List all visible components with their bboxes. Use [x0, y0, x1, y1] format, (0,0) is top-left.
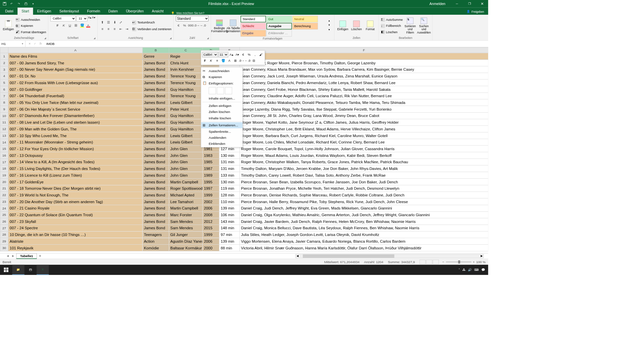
share-button[interactable]: 👤Freigeben	[462, 8, 488, 15]
cell[interactable]: Lee Tamahori	[169, 198, 203, 205]
cell[interactable]: 2002	[203, 198, 219, 205]
cell[interactable]: 007 - 10 Spy Who Loved Me, The	[8, 132, 143, 139]
cell[interactable]: Victoria Abril, Hilmir Snær Guðnason, Ha…	[239, 245, 488, 251]
cell[interactable]: Lewis Gilbert	[169, 132, 203, 139]
row-header[interactable]: 9	[0, 106, 8, 113]
increase-font-icon[interactable]: A▴	[88, 16, 92, 21]
tab-view[interactable]: Ansicht	[148, 8, 168, 15]
wrap-text-button[interactable]: ↩Textumbruch	[132, 20, 171, 25]
cell[interactable]: 007 - 09 Man with the Golden Gun, The	[8, 126, 143, 132]
mini-font-size[interactable]: 11	[218, 52, 228, 58]
cell[interactable]: James Bond	[143, 99, 169, 106]
cell[interactable]: Terence Young	[169, 73, 203, 79]
cell[interactable]: Name des Films	[8, 53, 143, 60]
ctx-cut[interactable]: ✂Ausschneiden	[201, 68, 243, 74]
number-format-select[interactable]: Standard	[176, 16, 209, 21]
cell[interactable]: Chris Hunt	[169, 60, 203, 66]
cell[interactable]: James Bond	[143, 152, 169, 159]
cell[interactable]: 131 min	[219, 165, 240, 172]
row-header[interactable]: 2	[0, 60, 8, 66]
mini-format-painter-icon[interactable]: 🖌	[258, 52, 264, 58]
ctx-insert-cells[interactable]: Zellen einfügen	[201, 103, 243, 109]
mini-decrease-font-icon[interactable]: A▾	[234, 52, 240, 58]
cell[interactable]: 007 - 16 Licence to Kill (Lizenz zum Töt…	[8, 172, 143, 179]
cell[interactable]: 97 min	[219, 231, 240, 238]
row-header[interactable]: 3	[0, 66, 8, 73]
cell[interactable]: Gil Junger	[169, 231, 203, 238]
clipboard-launcher-icon[interactable]: ◢	[44, 37, 46, 40]
cell[interactable]: Guy Hamilton	[169, 112, 203, 119]
style-ausgabe[interactable]: Ausgabe	[267, 23, 292, 29]
cell[interactable]: Julia Stiles, Heath Ledger, Joseph Gordo…	[239, 231, 488, 238]
zoom-slider[interactable]	[446, 261, 471, 262]
cell[interactable]: 007 - 24 Spectre	[8, 225, 143, 231]
minimize-button[interactable]: ─	[451, 0, 463, 8]
cell[interactable]: 139 min	[219, 205, 240, 212]
find-select-button[interactable]: 🔍Suchen und Auswählen	[418, 17, 430, 35]
row-header[interactable]: 5	[0, 79, 8, 86]
cell[interactable]: 10 Dinge, die ich an Dir hasse (10 Thing…	[8, 231, 143, 238]
view-page-break-icon[interactable]	[433, 259, 439, 264]
cell[interactable]: 007 - 17 GoldenEye	[8, 178, 143, 185]
cell[interactable]: Sean Connery, Roger Moore, Pierce Brosna…	[239, 60, 488, 66]
number-launcher-icon[interactable]: ◢	[207, 37, 209, 40]
cell[interactable]: 007 - 14 View to a Kill, A (Im Angesicht…	[8, 159, 143, 165]
clear-button[interactable]: ◧Löschen	[381, 29, 403, 35]
cell[interactable]: Roger Moore, Christopher Lee, Britt Ekla…	[239, 126, 488, 132]
ctx-clear-contents[interactable]: Inhalte löschen	[201, 115, 243, 121]
cell[interactable]: Sean Connery, Jack Lord, Joseph Wiseman,…	[239, 73, 488, 79]
cell[interactable]: 1999	[203, 192, 219, 198]
cell[interactable]: James Bond	[143, 73, 169, 79]
cell[interactable]: Lewis Gilbert	[169, 139, 203, 145]
cell[interactable]: James Bond	[143, 159, 169, 165]
row-header[interactable]: 13	[0, 132, 8, 139]
cell[interactable]: Lewis Gilbert	[169, 99, 203, 106]
row-header[interactable]: 10	[0, 112, 8, 119]
cell[interactable]: Timothy Dalton, Carey Lowell, Robert Dav…	[239, 172, 488, 179]
decrease-indent-icon[interactable]: ⇤	[118, 26, 124, 32]
cell[interactable]: Guy Hamilton	[169, 86, 203, 93]
tab-review[interactable]: Überprüfen	[122, 8, 148, 15]
cell[interactable]: James Bond	[143, 178, 169, 185]
mini-increase-font-icon[interactable]: A▴	[229, 52, 234, 58]
cell[interactable]: James Bond	[143, 139, 169, 145]
cell[interactable]: 2006	[203, 205, 219, 212]
row-header[interactable]: 21	[0, 185, 8, 192]
cell[interactable]: 2015	[203, 225, 219, 231]
cell[interactable]: 130 min	[219, 178, 240, 185]
style-berechnung[interactable]: Berechnung	[292, 23, 318, 29]
row-header[interactable]: 20	[0, 178, 8, 185]
cell[interactable]: John Glen	[169, 172, 203, 179]
row-header[interactable]: 26	[0, 218, 8, 225]
cells-delete-button[interactable]: Löschen	[350, 17, 363, 35]
font-name-select[interactable]: Calibri	[50, 16, 76, 21]
cell[interactable]: 1999	[203, 231, 219, 238]
cell[interactable]: 007 - 11 Moonraker (Moonraker - Streng g…	[8, 139, 143, 145]
cell[interactable]: James Bond	[143, 112, 169, 119]
tab-layout[interactable]: Seitenlayout	[55, 8, 83, 15]
style-schlecht[interactable]: Schlecht	[240, 23, 266, 29]
mini-thousands-icon[interactable]: ,	[252, 52, 258, 58]
mini-currency-icon[interactable]: €	[240, 52, 246, 58]
cell[interactable]: James Bond	[143, 185, 169, 192]
format-painter-button[interactable]: 🖌Format übertragen	[16, 29, 46, 35]
sort-filter-button[interactable]: ⇅Sortieren und Filtern	[404, 17, 417, 35]
cell[interactable]: 1983	[203, 152, 219, 159]
cell[interactable]: Michael Apted	[169, 192, 203, 198]
cell[interactable]: Agustín Díaz Yanes	[169, 238, 203, 245]
cell[interactable]: 2008	[203, 212, 219, 218]
tray-network-icon[interactable]: 🖧	[463, 268, 466, 272]
row-header[interactable]: 25	[0, 212, 8, 218]
cell[interactable]: James Bond	[143, 225, 169, 231]
row-header[interactable]: 28	[0, 231, 8, 238]
select-all-corner[interactable]	[0, 47, 8, 53]
cell[interactable]: 007 - 00 Never Say Never Again (Sag niem…	[8, 66, 143, 73]
cell[interactable]: 007 - 02 From Russia With Love (Liebesgr…	[8, 79, 143, 86]
fill-color-button[interactable]: 🪣	[79, 22, 85, 28]
font-color-button[interactable]: A	[85, 22, 91, 28]
signin-link[interactable]: Anmelden	[425, 2, 450, 6]
cell[interactable]: James Bond	[143, 132, 169, 139]
row-header[interactable]: 27	[0, 225, 8, 231]
paste-button[interactable]: Einfügen	[2, 17, 15, 35]
cell[interactable]: James Bond	[143, 106, 169, 113]
